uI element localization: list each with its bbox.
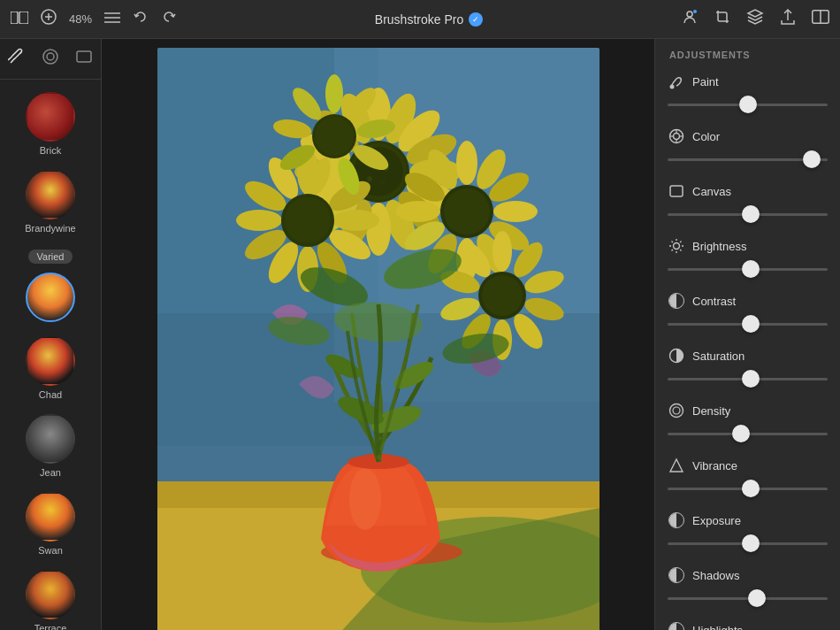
svg-point-9 xyxy=(693,10,697,13)
sidebar-tabs xyxy=(0,39,101,80)
adjustment-row-canvas: Canvas xyxy=(668,182,828,200)
adjustment-saturation: Saturation xyxy=(655,342,840,396)
canvas-slider[interactable] xyxy=(668,205,828,223)
svg-point-91 xyxy=(315,117,354,156)
svg-point-62 xyxy=(236,210,282,231)
vibrance-slider-thumb[interactable] xyxy=(742,480,760,497)
svg-rect-116 xyxy=(670,186,683,196)
svg-point-13 xyxy=(43,50,57,64)
svg-line-122 xyxy=(672,242,673,242)
vibrance-slider[interactable] xyxy=(668,480,828,497)
svg-rect-15 xyxy=(77,51,91,62)
svg-point-51 xyxy=(367,176,372,181)
saturation-slider[interactable] xyxy=(668,370,828,388)
exposure-slider[interactable] xyxy=(668,534,828,552)
undo-icon[interactable] xyxy=(133,9,149,29)
brush-name-terrace: Terrace xyxy=(34,623,67,630)
canvas-tab-icon[interactable] xyxy=(75,48,93,70)
canvas-slider-thumb[interactable] xyxy=(742,205,760,223)
brush-item-brick[interactable]: Brick xyxy=(0,87,101,161)
svg-point-12 xyxy=(20,52,22,54)
crop-icon[interactable] xyxy=(714,9,730,29)
adjustment-contrast: Contrast xyxy=(655,287,840,342)
saturation-slider-thumb[interactable] xyxy=(742,370,760,388)
density-slider[interactable] xyxy=(668,425,828,442)
add-icon[interactable] xyxy=(41,9,57,29)
svg-marker-129 xyxy=(670,459,683,472)
exposure-circle-icon xyxy=(668,512,684,528)
split-view-icon[interactable] xyxy=(812,10,829,28)
exposure-slider-thumb[interactable] xyxy=(742,534,760,552)
painting-canvas[interactable] xyxy=(157,48,599,630)
color-slider[interactable] xyxy=(668,150,828,168)
contrast-label: Contrast xyxy=(692,295,736,308)
vibrance-icon xyxy=(668,457,685,474)
svg-rect-0 xyxy=(11,12,18,24)
svg-point-117 xyxy=(674,243,680,250)
brush-name-jean: Jean xyxy=(40,467,61,478)
brush-thumb-jean xyxy=(26,414,75,464)
adjustment-row-shadows: Shadows xyxy=(668,566,828,584)
density-icon xyxy=(668,402,685,419)
zoom-label: 48% xyxy=(69,12,92,26)
exposure-icon xyxy=(668,511,685,529)
export-icon[interactable] xyxy=(780,8,796,30)
adjustment-row-vibrance: Vibrance xyxy=(668,457,828,474)
svg-point-67 xyxy=(456,141,477,185)
adjustment-row-contrast: Contrast xyxy=(668,292,828,310)
adjustment-exposure: Exposure xyxy=(655,506,840,561)
color-slider-thumb[interactable] xyxy=(803,150,821,168)
contrast-circle-icon xyxy=(668,293,684,309)
shadows-slider-thumb[interactable] xyxy=(748,589,766,607)
brightness-slider-thumb[interactable] xyxy=(742,260,760,278)
menu-icon[interactable] xyxy=(104,10,120,28)
redo-icon[interactable] xyxy=(161,9,177,29)
brightness-slider[interactable] xyxy=(668,260,828,278)
canvas-wrapper xyxy=(157,48,599,630)
shadows-slider[interactable] xyxy=(668,589,828,607)
toolbar: 48% Brushstroke Pro ✓ xyxy=(0,0,840,39)
brush-tab-icon[interactable] xyxy=(8,48,26,70)
adjustment-paint: Paint xyxy=(655,67,840,122)
adjustment-row-density: Density xyxy=(668,402,828,419)
sidebar-toggle-icon[interactable] xyxy=(11,10,28,28)
brush-thumb-swan xyxy=(26,492,75,542)
svg-line-123 xyxy=(680,250,681,250)
adjustment-density: Density xyxy=(655,396,840,451)
color-wheel-tab-icon[interactable] xyxy=(42,48,59,70)
adjustment-shadows: Shadows xyxy=(655,561,840,616)
color-wheel-icon xyxy=(668,127,685,145)
toolbar-center: Brushstroke Pro ✓ xyxy=(375,12,483,27)
adjustment-row-color: Color xyxy=(668,127,828,145)
shadows-label: Shadows xyxy=(692,569,739,582)
highlights-label: Highlights xyxy=(692,624,743,631)
adjustment-brightness: Brightness xyxy=(655,232,840,287)
shadows-icon xyxy=(668,566,685,584)
layers-icon[interactable] xyxy=(746,9,764,29)
paint-label: Paint xyxy=(692,75,719,88)
contrast-icon xyxy=(668,292,685,310)
svg-rect-1 xyxy=(19,12,28,24)
brush-item-swan[interactable]: Swan xyxy=(0,487,101,561)
brush-thumb-varied xyxy=(26,273,75,322)
svg-point-66 xyxy=(285,197,331,243)
paint-slider-thumb[interactable] xyxy=(739,96,757,113)
brightness-icon xyxy=(668,237,685,255)
paint-slider[interactable] xyxy=(668,96,828,113)
svg-point-109 xyxy=(670,85,675,89)
density-slider-thumb[interactable] xyxy=(732,425,750,442)
brush-item-jean[interactable]: Jean xyxy=(0,409,101,483)
brush-thumb-terrace xyxy=(26,570,75,619)
contrast-slider[interactable] xyxy=(668,315,828,333)
brush-item-chad[interactable]: Chad xyxy=(0,331,101,405)
canvas-area xyxy=(102,39,654,630)
share-profile-icon[interactable] xyxy=(681,8,699,30)
canvas-label: Canvas xyxy=(692,185,731,198)
adjustments-header: ADJUSTMENTS xyxy=(655,39,840,67)
brush-item-terrace[interactable]: Terrace xyxy=(0,565,101,630)
brush-item-varied[interactable]: Varied xyxy=(0,242,101,327)
contrast-slider-thumb[interactable] xyxy=(742,315,760,333)
exposure-label: Exposure xyxy=(692,514,741,527)
svg-point-128 xyxy=(673,407,680,414)
brush-item-brandywine[interactable]: Brandywine xyxy=(0,165,101,239)
